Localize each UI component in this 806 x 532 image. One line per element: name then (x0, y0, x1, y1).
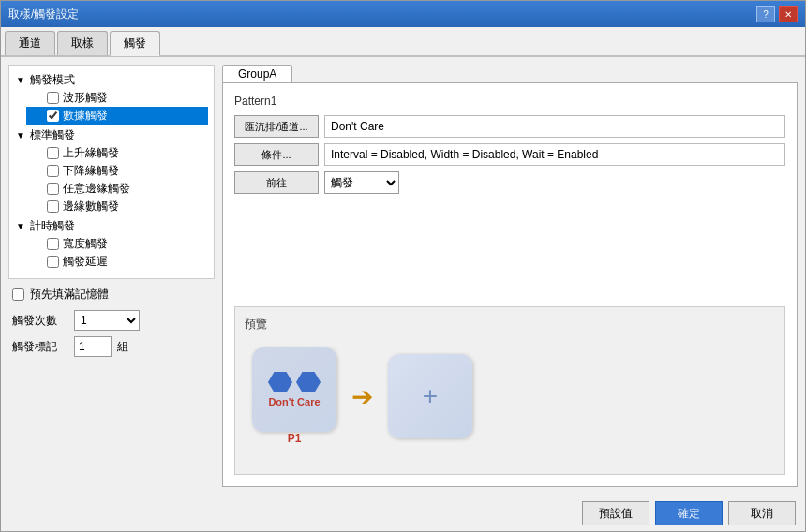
group-tab-area: GroupA (222, 65, 798, 82)
goto-select[interactable]: 觸發 Pattern1 Pattern2 (324, 171, 399, 194)
tree-item-any-edge[interactable]: 任意邊緣觸發 (26, 180, 208, 198)
standard-trigger-items: 上升緣觸發 下降緣觸發 任意邊緣觸發 邊緣數觸發 (26, 144, 208, 215)
tab-channel[interactable]: 通道 (5, 31, 55, 55)
trigger-mark-input[interactable] (74, 336, 112, 357)
expand-icon-3: ▼ (15, 221, 26, 231)
preview-arrow: ➔ (351, 381, 373, 412)
tab-bar: 通道 取樣 觸發 (1, 27, 805, 57)
spacer (234, 203, 785, 297)
ok-button[interactable]: 確定 (655, 501, 723, 525)
checkbox-edge-count[interactable] (47, 200, 59, 213)
goto-button[interactable]: 前往 (234, 171, 319, 194)
timer-trigger-label[interactable]: ▼ 計時觸發 (15, 217, 208, 235)
preview-p1-label: P1 (252, 432, 336, 445)
help-button[interactable]: ? (756, 6, 775, 22)
tree-item-delay[interactable]: 觸發延遲 (26, 253, 208, 271)
main-content: ▼ 觸發模式 波形觸發 數據觸發 (1, 57, 805, 495)
trigger-count-row: 觸發次數 1 (12, 310, 211, 331)
condition-button[interactable]: 條件... (234, 143, 319, 166)
trigger-mode-label[interactable]: ▼ 觸發模式 (15, 71, 208, 89)
hex-icon-1 (268, 372, 292, 392)
preview-section: 預覽 Don't Care P1 (234, 306, 785, 475)
tab-trigger[interactable]: 觸發 (110, 31, 160, 56)
tree-item-falling[interactable]: 下降緣觸發 (26, 162, 208, 180)
preview-card-icons (268, 372, 321, 392)
checkbox-rising[interactable] (47, 147, 59, 159)
prefill-checkbox[interactable] (12, 288, 24, 301)
bus-channel-button[interactable]: 匯流排/通道... (234, 115, 319, 138)
bottom-left-form: 預先填滿記憶體 觸發次數 1 觸發標記 組 (8, 287, 215, 362)
tree-item-rising[interactable]: 上升緣觸發 (26, 144, 208, 162)
default-button[interactable]: 預設值 (582, 501, 649, 525)
trigger-mode-group: ▼ 觸發模式 波形觸發 數據觸發 (15, 71, 208, 125)
preview-p1-col: Don't Care P1 (252, 347, 336, 445)
group-a-tab[interactable]: GroupA (222, 65, 292, 82)
expand-icon: ▼ (15, 75, 26, 85)
bottom-bar: 預設值 確定 取消 (1, 495, 805, 531)
preview-dont-care-text: Don't Care (268, 396, 320, 407)
dont-care-value: Don't Care (324, 115, 785, 138)
tree-item-edge-count[interactable]: 邊緣數觸發 (26, 198, 208, 215)
group-content: Pattern1 匯流排/通道... Don't Care 條件... Inte… (222, 82, 798, 487)
left-area: ▼ 觸發模式 波形觸發 數據觸發 (8, 65, 215, 487)
timer-trigger-items: 寬度觸發 觸發延遲 (26, 235, 208, 271)
checkbox-data[interactable] (47, 110, 59, 122)
checkbox-any-edge[interactable] (47, 183, 59, 195)
checkbox-delay[interactable] (47, 256, 59, 268)
title-bar: 取樣/觸發設定 ? ✕ (1, 1, 805, 27)
trigger-count-select[interactable]: 1 (74, 310, 140, 331)
right-panel: GroupA Pattern1 匯流排/通道... Don't Care 條件.… (222, 65, 798, 487)
trigger-mode-items: 波形觸發 數據觸發 (26, 89, 208, 125)
preview-card-p1: Don't Care (252, 347, 336, 432)
trigger-mark-row: 觸發標記 組 (12, 336, 211, 357)
goto-row: 前往 觸發 Pattern1 Pattern2 (234, 171, 785, 194)
dialog-title: 取樣/觸發設定 (8, 7, 79, 22)
pattern-section: Pattern1 匯流排/通道... Don't Care 條件... Inte… (234, 95, 785, 194)
tab-sample[interactable]: 取樣 (57, 31, 108, 55)
tree-item-wave[interactable]: 波形觸發 (26, 89, 208, 107)
condition-row: 條件... Interval = Disabled, Width = Disab… (234, 143, 785, 166)
tree-item-width[interactable]: 寬度觸發 (26, 235, 208, 253)
bus-channel-row: 匯流排/通道... Don't Care (234, 115, 785, 138)
close-button[interactable]: ✕ (779, 6, 798, 22)
preview-area: Don't Care P1 ➔ + (245, 340, 775, 452)
tree-item-data[interactable]: 數據觸發 (26, 107, 208, 125)
timer-trigger-group: ▼ 計時觸發 寬度觸發 觸發延遲 (15, 217, 208, 271)
expand-icon-2: ▼ (15, 130, 26, 140)
cancel-button[interactable]: 取消 (728, 501, 796, 525)
checkbox-falling[interactable] (47, 165, 59, 177)
hex-icon-2 (296, 372, 321, 392)
checkbox-wave[interactable] (47, 92, 59, 104)
preview-add-card: + (388, 354, 472, 438)
condition-value: Interval = Disabled, Width = Disabled, W… (324, 143, 785, 166)
main-dialog: 取樣/觸發設定 ? ✕ 通道 取樣 觸發 ▼ 觸發模式 (0, 0, 806, 532)
preview-add-col: + (388, 354, 472, 438)
standard-trigger-group: ▼ 標準觸發 上升緣觸發 下降緣觸發 (15, 126, 208, 215)
checkbox-width[interactable] (47, 238, 59, 250)
standard-trigger-label[interactable]: ▼ 標準觸發 (15, 126, 208, 144)
tree-panel: ▼ 觸發模式 波形觸發 數據觸發 (8, 65, 215, 279)
title-bar-controls: ? ✕ (756, 6, 798, 22)
prefill-row: 預先填滿記憶體 (12, 287, 211, 303)
